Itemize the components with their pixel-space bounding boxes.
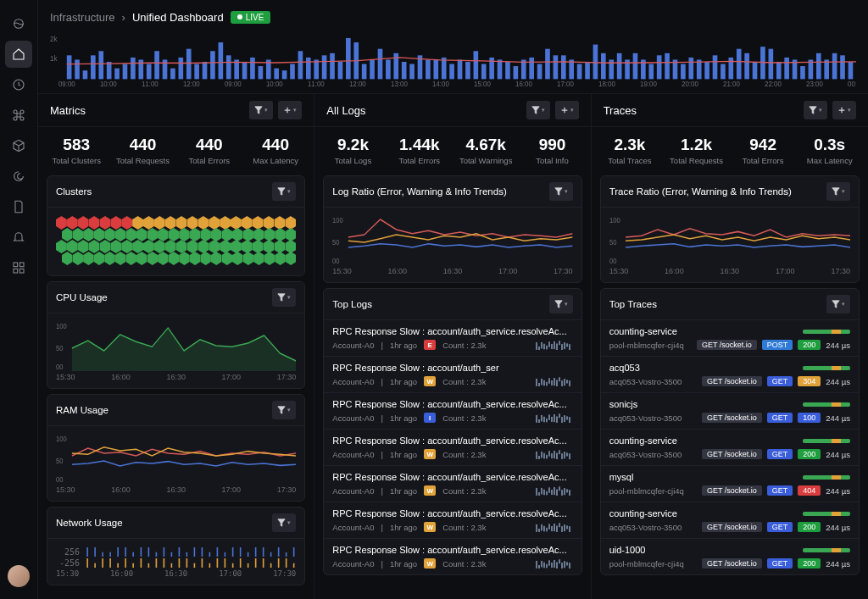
swirl-icon[interactable]	[5, 163, 32, 190]
cluster-hex[interactable]	[73, 252, 84, 265]
cluster-hex[interactable]	[231, 216, 242, 230]
cluster-hex[interactable]	[253, 216, 264, 230]
file-icon[interactable]	[5, 193, 32, 220]
filter-button[interactable]	[549, 182, 573, 201]
cluster-hex[interactable]	[136, 252, 147, 265]
log-row[interactable]: RPC Response Slow : account/auth_service…	[324, 502, 581, 539]
cluster-hex[interactable]	[154, 240, 165, 253]
cluster-hex[interactable]	[78, 240, 89, 253]
cluster-hex[interactable]	[200, 252, 211, 265]
log-row[interactable]: RPC Response Slow : account/auth_service…	[324, 466, 581, 502]
filter-button[interactable]	[549, 295, 573, 313]
cluster-hex[interactable]	[125, 228, 136, 241]
cluster-hex[interactable]	[232, 252, 243, 265]
cluster-hex[interactable]	[286, 228, 297, 241]
cluster-hex[interactable]	[143, 216, 154, 230]
cluster-hex[interactable]	[231, 240, 242, 253]
cluster-hex[interactable]	[285, 216, 296, 230]
add-button[interactable]	[832, 101, 856, 119]
breadcrumb-root[interactable]: Infrastructure	[50, 11, 115, 24]
cluster-hex[interactable]	[253, 240, 264, 253]
cluster-hex[interactable]	[169, 228, 180, 241]
clock-icon[interactable]	[5, 71, 32, 98]
cluster-hex[interactable]	[275, 216, 286, 230]
cluster-hex[interactable]	[190, 228, 201, 241]
cluster-hex[interactable]	[115, 252, 126, 265]
cluster-hex[interactable]	[286, 252, 297, 265]
grid-icon[interactable]	[5, 254, 32, 281]
cluster-hex[interactable]	[100, 240, 111, 253]
filter-button[interactable]	[272, 401, 296, 419]
filter-button[interactable]	[272, 288, 296, 307]
cluster-hex[interactable]	[147, 228, 159, 241]
cluster-hex[interactable]	[220, 240, 231, 253]
cluster-hex[interactable]	[83, 228, 94, 241]
cluster-hex[interactable]	[132, 216, 143, 230]
log-row[interactable]: RPC Response Slow : account/auth_ser Acc…	[324, 357, 581, 393]
cluster-hex[interactable]	[187, 240, 198, 253]
cluster-hex[interactable]	[176, 216, 187, 230]
cluster-hex[interactable]	[190, 252, 201, 265]
trace-row[interactable]: counting-service pool-mblmcqfer-cji4q GE…	[601, 320, 859, 357]
cluster-hex[interactable]	[264, 216, 275, 230]
filter-button[interactable]	[804, 101, 827, 119]
filter-button[interactable]	[249, 101, 273, 119]
cluster-hex[interactable]	[121, 216, 132, 230]
logo-icon[interactable]	[5, 10, 32, 37]
cluster-hex[interactable]	[211, 228, 222, 241]
cluster-hex[interactable]	[220, 216, 231, 230]
log-row[interactable]: RPC Response Slow : account/auth_service…	[324, 393, 581, 430]
cluster-hex[interactable]	[264, 252, 275, 265]
cluster-hex[interactable]	[100, 216, 111, 230]
cluster-hex[interactable]	[179, 252, 190, 265]
cluster-hex[interactable]	[221, 228, 232, 241]
cluster-hex[interactable]	[243, 252, 254, 265]
cluster-hex[interactable]	[143, 240, 154, 253]
cluster-hex[interactable]	[209, 216, 220, 230]
cluster-hex[interactable]	[62, 252, 73, 265]
cluster-hex[interactable]	[115, 228, 126, 241]
trace-row[interactable]: sonicjs acq053-Vostro-3500 GET /socket.i…	[601, 393, 859, 430]
avatar[interactable]	[8, 565, 30, 587]
cluster-hex[interactable]	[104, 228, 115, 241]
cluster-hex[interactable]	[275, 240, 286, 253]
cluster-hex[interactable]	[67, 216, 78, 230]
cluster-hex[interactable]	[165, 216, 176, 230]
cluster-hex[interactable]	[125, 252, 136, 265]
cluster-hex[interactable]	[232, 228, 243, 241]
cluster-hex[interactable]	[243, 228, 254, 241]
bell-icon[interactable]	[5, 224, 32, 251]
cluster-hex[interactable]	[136, 228, 147, 241]
cluster-hex[interactable]	[83, 252, 94, 265]
cluster-hex[interactable]	[198, 240, 209, 253]
cluster-hex[interactable]	[94, 252, 105, 265]
filter-button[interactable]	[272, 182, 296, 201]
cluster-hex[interactable]	[89, 240, 100, 253]
cluster-hex[interactable]	[56, 216, 67, 230]
trace-row[interactable]: acq053 acq053-Vostro-3500 GET /socket.io…	[601, 357, 859, 393]
cluster-hex[interactable]	[78, 216, 89, 230]
cluster-hex[interactable]	[211, 252, 222, 265]
filter-button[interactable]	[272, 513, 296, 532]
cluster-hex[interactable]	[253, 228, 264, 241]
add-button[interactable]	[555, 101, 579, 119]
cluster-hex[interactable]	[209, 240, 220, 253]
log-row[interactable]: RPC Response Slow : account/auth_service…	[324, 430, 581, 466]
cluster-hex[interactable]	[165, 240, 176, 253]
trace-row[interactable]: counting-service acq053-Vostro-3500 GET …	[601, 430, 859, 466]
cluster-hex[interactable]	[62, 228, 73, 241]
add-button[interactable]	[278, 101, 302, 119]
cluster-hex[interactable]	[110, 216, 121, 230]
trace-row[interactable]: counting-service acq053-Vostro-3500 GET …	[601, 502, 859, 539]
cluster-hex[interactable]	[176, 240, 187, 253]
cluster-hex[interactable]	[198, 216, 209, 230]
cluster-hex[interactable]	[253, 252, 264, 265]
cluster-hex[interactable]	[169, 252, 180, 265]
cluster-hex[interactable]	[242, 216, 253, 230]
cluster-hex[interactable]	[275, 252, 286, 265]
cluster-hex[interactable]	[200, 228, 211, 241]
cluster-hex[interactable]	[221, 252, 232, 265]
home-icon[interactable]	[5, 41, 32, 68]
filter-button[interactable]	[826, 295, 850, 313]
cluster-hex[interactable]	[275, 228, 286, 241]
